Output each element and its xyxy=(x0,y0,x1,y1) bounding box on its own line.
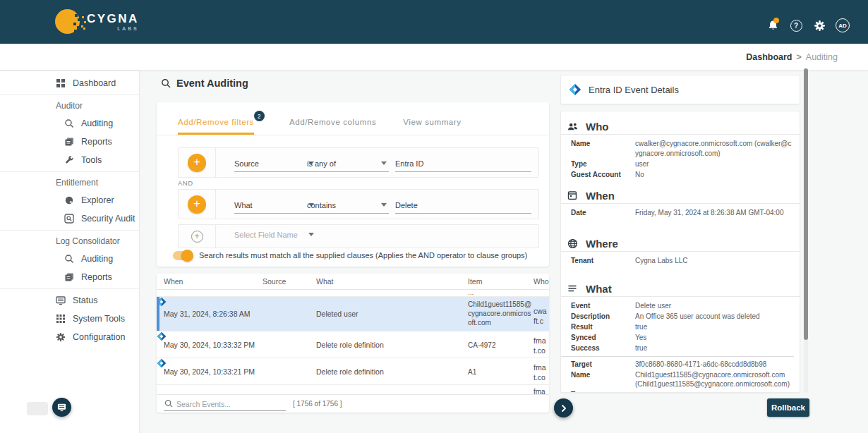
cell-what: Delete role definition xyxy=(316,367,384,376)
sidebar-item-label: Security Audit xyxy=(81,214,135,224)
page-title: Event Auditing xyxy=(176,78,248,89)
detail-row: NameChild1guest11585@cygnacore.onmicroso… xyxy=(571,370,794,389)
sidebar-item-lc-reports[interactable]: Reports xyxy=(0,268,139,286)
chevron-down-icon xyxy=(308,233,314,236)
add-clause-button[interactable]: + xyxy=(188,154,206,172)
section-divider xyxy=(561,356,794,357)
notifications-button[interactable] xyxy=(766,18,780,32)
table-row[interactable]: May 30, 2024, 10:33:21 PM Delete role de… xyxy=(157,358,549,385)
tab-view-summary[interactable]: View summary xyxy=(403,118,461,135)
entra-id-icon xyxy=(157,358,167,368)
sidebar-divider xyxy=(0,230,139,231)
entra-id-icon xyxy=(569,83,581,96)
panel-scrollbar-thumb[interactable] xyxy=(804,68,808,340)
brand-sub: LABS xyxy=(87,26,139,31)
detail-row: Successtrue xyxy=(571,343,794,353)
section-who: Who Namecwalker@cygnacore.onmicrosoft.co… xyxy=(561,118,800,181)
dots-grid-icon xyxy=(56,314,66,324)
header-actions: ? AD xyxy=(766,18,850,32)
cell-item: CA-4972 xyxy=(468,341,534,350)
monitor-icon xyxy=(56,295,66,305)
value-input[interactable]: Entra ID xyxy=(395,159,531,172)
tab-label: Add/Remove filters xyxy=(178,118,254,126)
new-clause-row: + Select Field Name xyxy=(178,224,539,248)
sidebar-item-lc-auditing[interactable]: Auditing xyxy=(0,250,139,268)
sidebar-item-configuration[interactable]: Configuration xyxy=(0,328,139,346)
notification-dot xyxy=(773,18,779,23)
sidebar-item-system-tools[interactable]: System Tools xyxy=(0,310,139,328)
sidebar-item-reports[interactable]: Reports xyxy=(0,133,139,151)
rollback-button[interactable]: Rollback xyxy=(767,398,809,417)
add-clause-outline-button[interactable]: + xyxy=(191,231,203,243)
cell-when: May 30, 2024, 10:33:32 PM xyxy=(164,341,255,349)
detail-row: Resulttrue xyxy=(571,322,794,332)
app-window: CYGNA LABS ? xyxy=(0,0,868,433)
value-input[interactable]: Delete xyxy=(395,201,531,214)
sidebar-item-security-audit[interactable]: Security Audit xyxy=(0,209,139,228)
left-edge-artifact xyxy=(27,402,48,415)
detail-row: DescriptionAn Office 365 user account wa… xyxy=(571,312,794,322)
help-icon: ? xyxy=(790,20,802,32)
field-select[interactable]: Source xyxy=(234,159,316,172)
clipped-row-top: ... xyxy=(157,291,549,297)
sidebar-section-auditor: Auditor xyxy=(0,97,139,114)
selected-row-indicator xyxy=(157,297,159,331)
filter-count-badge: 2 xyxy=(254,111,265,121)
settings-button[interactable] xyxy=(812,18,826,32)
detail-row: Target3f0c8680-8680-4171-a6dc-68ccdd8d8b… xyxy=(571,360,794,370)
section-what: What EventDelete user DescriptionAn Offi… xyxy=(561,281,800,393)
table-footer: Search Events... [ 1756 of 1756 ] xyxy=(157,394,549,413)
audit-magnifier-icon xyxy=(64,214,74,224)
operator-select[interactable]: contains xyxy=(307,201,389,214)
panel-title: Entra ID Event Details xyxy=(589,85,679,95)
sidebar-item-explorer[interactable]: Explorer xyxy=(0,191,139,209)
match-all-toggle[interactable] xyxy=(173,251,192,260)
list-icon xyxy=(567,283,578,294)
match-all-toggle-row: Search results must match all the suppli… xyxy=(173,248,543,263)
filter-clause-row: + Source is any of Entra ID xyxy=(178,147,539,178)
gear-icon xyxy=(814,20,826,32)
sidebar-item-dashboard[interactable]: Dashboard xyxy=(0,74,139,92)
chevron-down-icon xyxy=(381,161,387,165)
filter-tabs: Add/Remove filters 2 Add/Remove columns … xyxy=(157,102,549,135)
magnifier-icon xyxy=(64,254,74,264)
result-count: [ 1756 of 1756 ] xyxy=(293,400,342,408)
help-button[interactable]: ? xyxy=(789,18,803,32)
tab-add-remove-filters[interactable]: Add/Remove filters 2 xyxy=(178,118,254,135)
console-icon xyxy=(57,403,66,412)
field-select[interactable]: What xyxy=(234,201,316,214)
toggle-label: Search results must match all the suppli… xyxy=(199,251,527,260)
section-heading: When xyxy=(586,190,615,202)
entra-id-icon xyxy=(157,331,167,341)
breadcrumb-separator: > xyxy=(797,52,802,62)
table-row[interactable]: May 30, 2024, 10:33:32 PM Delete role de… xyxy=(157,331,549,358)
cell-when: May 30, 2024, 10:33:21 PM xyxy=(164,367,255,376)
cell-item: A1 xyxy=(468,367,534,377)
section-heading: What xyxy=(586,283,612,295)
reports-icon xyxy=(64,137,74,147)
new-field-select[interactable]: Select Field Name xyxy=(234,231,316,243)
tab-add-remove-columns[interactable]: Add/Remove columns xyxy=(289,118,376,135)
sidebar-item-tools[interactable]: Tools xyxy=(0,151,139,169)
add-clause-button[interactable]: + xyxy=(188,195,206,214)
sidebar-section-log-consolidator: Log Consolidator xyxy=(0,233,139,250)
chevron-down-icon xyxy=(381,203,387,207)
calendar-icon xyxy=(567,190,578,201)
operator-select[interactable]: is any of xyxy=(307,159,389,172)
breadcrumb-auditing: Auditing xyxy=(806,52,838,62)
event-details-panel: Who Namecwalker@cygnacore.onmicrosoft.co… xyxy=(560,111,800,393)
sidebar-item-auditing[interactable]: Auditing xyxy=(0,114,139,133)
panel-collapse-button[interactable] xyxy=(554,398,573,417)
sidebar-item-label: Tools xyxy=(81,155,102,165)
brand-name: CYGNA xyxy=(87,13,139,25)
table-row-selected[interactable]: May 31, 2024, 8:26:38 AM Deleted user Ch… xyxy=(157,297,549,331)
user-avatar[interactable]: AD xyxy=(836,18,850,32)
cell-when: May 31, 2024, 8:26:38 AM xyxy=(164,310,251,318)
sidebar-item-label: Reports xyxy=(81,137,112,147)
sidebar-item-status[interactable]: Status xyxy=(0,291,139,310)
search-events-input[interactable]: Search Events... xyxy=(176,400,231,408)
breadcrumb-dashboard[interactable]: Dashboard xyxy=(746,52,792,62)
sidebar-section-entitlement: Entitlement xyxy=(0,174,139,191)
support-widget-button[interactable] xyxy=(52,398,71,417)
detail-row: TenantCygna Labs LLC xyxy=(571,256,794,266)
